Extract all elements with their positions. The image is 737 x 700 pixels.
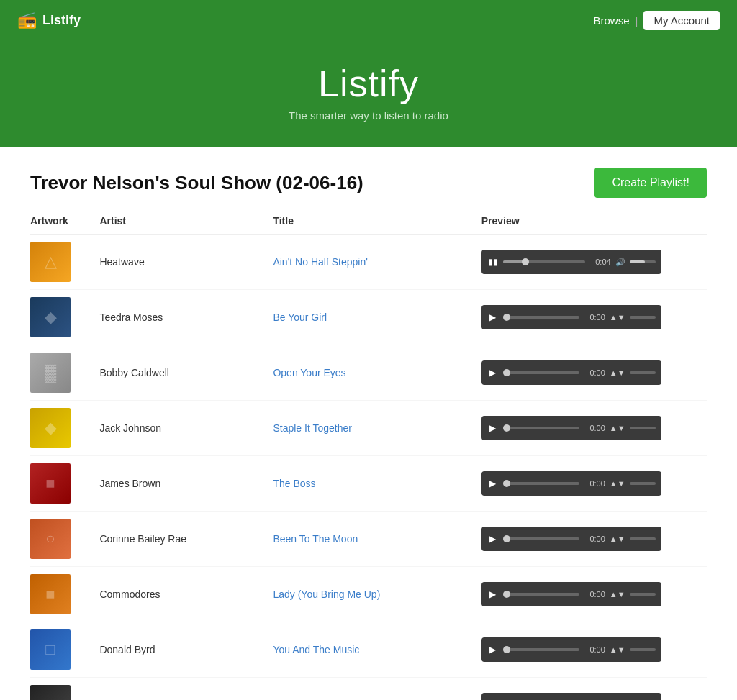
col-header-title: Title [273,215,481,235]
track-title-link[interactable]: Be Your Girl [273,312,327,323]
volume-icon: ▲▼ [610,368,625,377]
main-content: Trevor Nelson's Soul Show (02-06-16) Cre… [16,147,721,700]
hero-section: Listify The smarter way to listen to rad… [0,40,737,147]
volume-bar[interactable] [630,537,656,540]
volume-icon: ▲▼ [610,313,625,322]
table-row: ◆Jack JohnsonStaple It Together▶0:00▲▼ [30,401,707,456]
brand-link[interactable]: 📻 Listify [17,11,81,29]
preview-cell: ▶0:00▲▼ [481,678,707,701]
track-table: Artwork Artist Title Preview △HeatwaveAi… [30,215,707,700]
track-title-link[interactable]: Open Your Eyes [273,367,345,378]
audio-player: ▶0:00▲▼ [481,582,661,606]
volume-bar[interactable] [630,482,656,485]
play-button[interactable]: ▶ [487,368,499,378]
navbar: 📻 Listify Browse | My Account [0,0,737,40]
title-cell: Been To The Moon [273,512,481,567]
audio-player: ▮▮0:04🔊 [481,250,661,274]
brand-label: Listify [42,13,81,28]
volume-icon: ▲▼ [610,645,625,654]
create-playlist-button[interactable]: Create Playlist! [594,168,707,198]
progress-bar[interactable] [503,427,579,429]
title-cell: You And The Music [273,622,481,678]
artist-cell: Heatwave [99,235,273,290]
time-display: 0:00 [584,645,605,654]
time-display: 0:00 [584,424,605,432]
preview-cell: ▶0:00▲▼ [481,401,707,456]
play-button[interactable]: ▶ [487,589,499,599]
track-title-link[interactable]: Been To The Moon [273,533,358,545]
table-row: △HeatwaveAin't No Half Steppin'▮▮0:04🔊 [30,235,707,290]
table-row: ■CommodoresLady (You Bring Me Up)▶0:00▲▼ [30,567,707,622]
browse-link[interactable]: Browse [594,14,630,27]
progress-bar[interactable] [503,316,579,319]
play-button[interactable]: ▶ [487,312,499,322]
track-title-link[interactable]: Lady (You Bring Me Up) [273,588,380,600]
title-cell: Staple It Together [273,401,481,456]
volume-bar[interactable] [630,371,656,374]
preview-cell: ▮▮0:04🔊 [481,235,707,290]
track-title-link[interactable]: You And The Music [273,644,359,655]
content-header: Trevor Nelson's Soul Show (02-06-16) Cre… [30,168,707,198]
time-display: 0:04 [589,258,611,266]
volume-icon: ▲▼ [610,424,625,432]
play-button[interactable]: ▶ [487,423,499,433]
artist-cell: Blackstreet [99,678,273,701]
progress-bar[interactable] [503,482,579,485]
artwork-cell: ■ [30,567,99,622]
volume-icon: ▲▼ [610,590,625,599]
progress-bar[interactable] [503,593,579,596]
play-button[interactable]: ▶ [487,645,499,655]
table-row: ■BlackstreetDon't Leave Me▶0:00▲▼ [30,678,707,701]
artwork-cell: ◆ [30,401,99,456]
artist-cell: Donald Byrd [99,622,273,678]
progress-bar[interactable] [503,260,585,263]
navbar-right: Browse | My Account [594,11,720,30]
audio-player: ▶0:00▲▼ [481,305,661,329]
col-header-artwork: Artwork [30,215,99,235]
preview-cell: ▶0:00▲▼ [481,567,707,622]
audio-player: ▶0:00▲▼ [481,637,661,662]
pause-button[interactable]: ▮▮ [487,257,499,267]
audio-player: ▶0:00▲▼ [481,471,661,496]
track-title-link[interactable]: Ain't No Half Steppin' [273,256,367,268]
preview-cell: ▶0:00▲▼ [481,345,707,401]
preview-cell: ▶0:00▲▼ [481,512,707,567]
volume-bar[interactable] [630,316,656,319]
audio-player: ▶0:00▲▼ [481,527,661,551]
artwork-cell: □ [30,622,99,678]
hero-title: Listify [14,62,723,105]
artist-cell: Commodores [99,567,273,622]
volume-icon: ▲▼ [610,535,625,543]
time-display: 0:00 [584,368,605,377]
title-cell: Open Your Eyes [273,345,481,401]
artwork-cell: ■ [30,456,99,512]
play-button[interactable]: ▶ [487,534,499,544]
preview-cell: ▶0:00▲▼ [481,290,707,345]
track-title-link[interactable]: Staple It Together [273,422,351,434]
progress-bar[interactable] [503,537,579,540]
title-cell: Lady (You Bring Me Up) [273,567,481,622]
artist-cell: Corinne Bailey Rae [99,512,273,567]
volume-bar[interactable] [630,427,656,429]
volume-bar[interactable] [630,648,656,651]
my-account-button[interactable]: My Account [643,11,720,30]
volume-icon: ▲▼ [610,479,625,488]
table-row: ▓Bobby CaldwellOpen Your Eyes▶0:00▲▼ [30,345,707,401]
volume-bar[interactable] [630,593,656,596]
volume-icon: 🔊 [615,258,625,267]
table-row: ◆Teedra MosesBe Your Girl▶0:00▲▼ [30,290,707,345]
progress-bar[interactable] [503,648,579,651]
volume-bar[interactable] [630,260,656,263]
table-row: ■James BrownThe Boss▶0:00▲▼ [30,456,707,512]
play-button[interactable]: ▶ [487,478,499,488]
progress-bar[interactable] [503,371,579,374]
artwork-cell: ○ [30,512,99,567]
nav-divider: | [636,14,638,27]
time-display: 0:00 [584,479,605,488]
title-cell: Don't Leave Me [273,678,481,701]
artist-cell: James Brown [99,456,273,512]
time-display: 0:00 [584,590,605,599]
table-row: ○Corinne Bailey RaeBeen To The Moon▶0:00… [30,512,707,567]
track-title-link[interactable]: The Boss [273,478,315,489]
col-header-artist: Artist [99,215,273,235]
